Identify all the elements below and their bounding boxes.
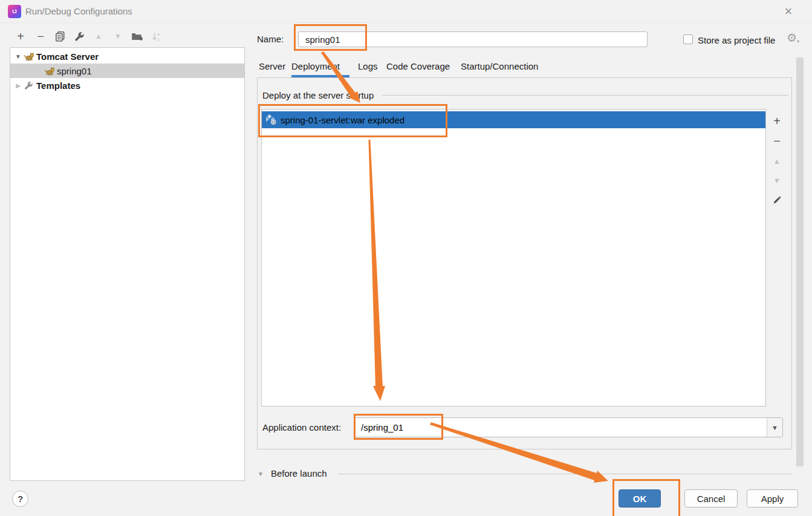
tab-server[interactable]: Server bbox=[259, 61, 285, 71]
tree-item-label: Tomcat Server bbox=[36, 51, 99, 62]
arrow-up-icon: ▲ bbox=[773, 157, 781, 165]
tomcat-icon bbox=[44, 66, 54, 76]
new-folder-icon bbox=[131, 30, 143, 42]
pencil-icon bbox=[772, 195, 782, 205]
gear-caret-icon: ▾ bbox=[797, 39, 799, 44]
artifact-icon bbox=[266, 114, 277, 125]
tree-item-tomcat-server[interactable]: ▼ Tomcat Server bbox=[10, 49, 244, 64]
before-launch-collapse-icon[interactable]: ▼ bbox=[258, 471, 264, 477]
add-artifact-button[interactable]: + bbox=[768, 113, 785, 129]
close-icon[interactable]: × bbox=[779, 2, 798, 21]
before-launch-label: Before launch bbox=[271, 468, 327, 478]
configurations-tree: ▼ Tomcat Server spring01 bbox=[10, 47, 245, 481]
deployment-list: spring-01-servlet:war exploded bbox=[261, 109, 766, 407]
add-configuration-button[interactable]: + bbox=[13, 29, 28, 44]
move-up-button[interactable]: ▲ bbox=[91, 29, 106, 44]
deploy-group-label: Deploy at the server startup bbox=[262, 90, 376, 100]
tree-item-label: spring01 bbox=[57, 66, 92, 76]
vertical-scrollbar-thumb[interactable] bbox=[796, 57, 804, 466]
run-debug-configurations-dialog: IJ Run/Debug Configurations × + − ▲ ▼ bbox=[0, 0, 812, 516]
arrow-down-icon: ▼ bbox=[114, 33, 122, 40]
name-label: Name: bbox=[257, 34, 284, 44]
cancel-button[interactable]: Cancel bbox=[684, 489, 738, 508]
application-context-dropdown-button[interactable]: ▼ bbox=[767, 418, 782, 437]
group-title-line bbox=[382, 95, 788, 96]
deployment-item-label: spring-01-servlet:war exploded bbox=[281, 115, 404, 125]
application-context-label: Application context: bbox=[262, 422, 341, 433]
tab-deployment[interactable]: Deployment bbox=[291, 61, 340, 71]
window-title: Run/Debug Configurations bbox=[25, 6, 132, 16]
arrow-down-icon: ▼ bbox=[773, 177, 781, 185]
edit-artifact-button[interactable] bbox=[768, 191, 785, 208]
question-mark-icon: ? bbox=[18, 494, 23, 504]
plus-icon: + bbox=[17, 30, 24, 42]
tab-code-coverage[interactable]: Code Coverage bbox=[386, 61, 450, 71]
tab-startup-connection[interactable]: Startup/Connection bbox=[461, 61, 538, 71]
svg-text:z: z bbox=[157, 37, 160, 42]
store-as-project-file-label: Store as project file bbox=[698, 35, 775, 45]
tree-item-templates[interactable]: ▶ Templates bbox=[10, 78, 244, 93]
minus-icon: − bbox=[37, 30, 44, 42]
artifact-move-up-button[interactable]: ▲ bbox=[768, 152, 785, 169]
create-folder-button[interactable] bbox=[129, 29, 144, 44]
edit-templates-button[interactable] bbox=[72, 29, 86, 44]
tree-item-label: Templates bbox=[36, 80, 80, 91]
copy-icon bbox=[54, 31, 66, 42]
sort-alpha-icon: a z bbox=[151, 31, 163, 42]
application-context-combo: ▼ bbox=[354, 417, 783, 437]
move-down-button[interactable]: ▼ bbox=[111, 29, 125, 44]
intellij-logo-icon: IJ bbox=[8, 5, 21, 18]
application-context-input[interactable] bbox=[354, 418, 765, 437]
sort-configurations-button[interactable]: a z bbox=[149, 29, 164, 44]
tree-item-spring01[interactable]: spring01 bbox=[10, 64, 244, 78]
tab-logs[interactable]: Logs bbox=[358, 61, 378, 71]
arrow-up-icon: ▲ bbox=[95, 33, 102, 40]
wrench-icon bbox=[74, 31, 85, 42]
copy-configuration-button[interactable] bbox=[53, 29, 67, 44]
title-bar: IJ Run/Debug Configurations × bbox=[0, 0, 812, 23]
tomcat-icon bbox=[24, 51, 34, 62]
store-as-project-file-checkbox[interactable] bbox=[683, 34, 693, 44]
minus-icon: − bbox=[773, 135, 781, 147]
wrench-icon bbox=[24, 80, 34, 91]
deployment-list-item[interactable]: spring-01-servlet:war exploded bbox=[262, 111, 765, 128]
plus-icon: + bbox=[773, 115, 781, 127]
chevron-down-icon: ▼ bbox=[771, 424, 778, 431]
name-input[interactable] bbox=[298, 31, 648, 47]
chevron-collapsed-icon[interactable]: ▶ bbox=[15, 82, 22, 89]
gear-icon[interactable]: ⚙ bbox=[787, 31, 797, 45]
ok-button[interactable]: OK bbox=[619, 489, 661, 508]
artifact-move-down-button[interactable]: ▼ bbox=[768, 172, 785, 189]
chevron-expanded-icon[interactable]: ▼ bbox=[15, 53, 22, 60]
remove-configuration-button[interactable]: − bbox=[33, 29, 48, 44]
before-launch-line bbox=[339, 474, 792, 474]
remove-artifact-button[interactable]: − bbox=[768, 132, 785, 149]
apply-button[interactable]: Apply bbox=[747, 489, 798, 508]
help-button[interactable]: ? bbox=[12, 491, 28, 507]
svg-text:a: a bbox=[157, 31, 160, 37]
